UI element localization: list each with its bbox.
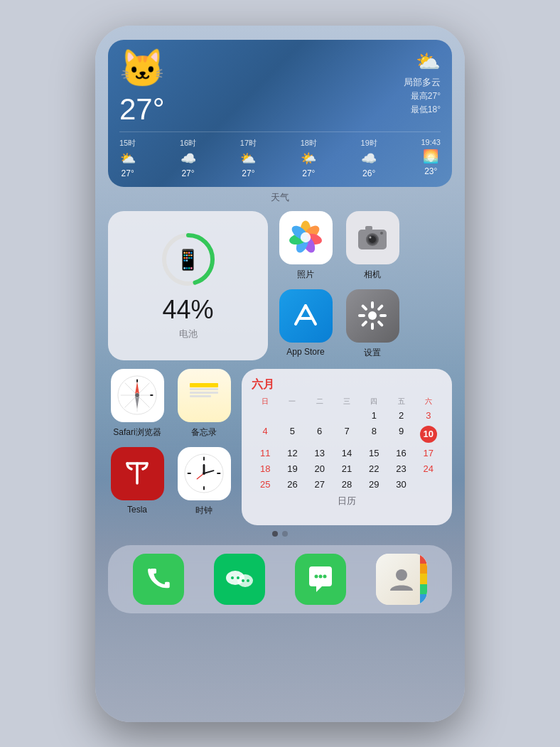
settings-icon — [346, 289, 399, 343]
hour-temp-4: 26° — [362, 168, 375, 178]
svg-point-33 — [135, 393, 139, 397]
svg-line-25 — [379, 306, 382, 309]
cat-icon: 🐱 — [119, 48, 166, 89]
svg-point-50 — [203, 472, 205, 475]
weather-right-info: ⛅ 局部多云 最高27° 最低18° — [404, 50, 441, 116]
cal-empty-3: · — [306, 408, 333, 423]
cal-day-4: 4 — [252, 424, 279, 445]
weather-cat-mascot: 🐱 — [119, 50, 169, 89]
battery-phone-icon: 📱 — [176, 247, 200, 271]
weather-high: 最高27° — [404, 90, 441, 102]
hour-temp-3: 27° — [302, 168, 315, 178]
cal-day-22: 22 — [360, 461, 387, 476]
dock — [108, 545, 452, 613]
hour-icon-3: 🌤️ — [301, 151, 316, 166]
tesla-label: Tesla — [127, 505, 147, 515]
svg-line-24 — [379, 322, 382, 325]
dock-phone-app[interactable] — [133, 554, 184, 605]
weather-low: 最低18° — [404, 104, 441, 116]
dock-wechat-app[interactable] — [214, 554, 265, 605]
cal-day-26: 26 — [279, 477, 306, 492]
safari-app[interactable]: Safari浏览器 — [108, 369, 166, 439]
calendar-weekdays: 日 一 二 三 四 五 六 — [252, 397, 442, 407]
svg-rect-41 — [190, 395, 211, 397]
cal-day-11: 11 — [252, 446, 279, 461]
cal-day-5: 5 — [279, 424, 306, 445]
weather-hour-0: 15时 ⛅ 27° — [119, 138, 136, 178]
appstore-icon — [279, 289, 333, 343]
battery-label: 电池 — [179, 328, 198, 340]
hour-label-1: 16时 — [180, 138, 196, 149]
notes-app[interactable]: 备忘录 — [175, 369, 233, 439]
cal-day-7: 7 — [333, 424, 360, 445]
notes-svg — [186, 377, 222, 413]
battery-widget[interactable]: 📱 44% 电池 — [108, 211, 268, 360]
settings-app[interactable]: 设置 — [343, 289, 402, 359]
dock-contacts-app[interactable] — [376, 554, 427, 605]
weekday-wed: 三 — [333, 397, 360, 407]
settings-label: 设置 — [364, 347, 381, 359]
weather-hour-3: 18时 🌤️ 27° — [301, 138, 317, 178]
phone-screen: 🐱 27° ⛅ 局部多云 最高27° 最低18° 15时 ⛅ 27° — [95, 26, 465, 722]
hour-temp-5: 23° — [424, 166, 437, 176]
weather-hourly-forecast: 15时 ⛅ 27° 16时 ☁️ 27° 17时 ⛅ 27° 18时 🌤️ — [119, 131, 441, 178]
dock-messages-app[interactable] — [295, 554, 346, 605]
cal-day-16: 16 — [387, 446, 414, 461]
tesla-icon — [111, 447, 164, 500]
page-dot-1[interactable] — [272, 531, 278, 537]
weather-hour-4: 19时 ☁️ 26° — [361, 138, 377, 178]
cal-day-27: 27 — [306, 477, 333, 492]
appstore-app[interactable]: App Store — [276, 289, 335, 359]
svg-point-7 — [301, 232, 311, 242]
svg-point-58 — [319, 574, 323, 578]
calendar-days: · · · · 1 2 3 4 5 6 7 8 9 10 11 — [252, 408, 442, 492]
photos-petals-svg — [286, 218, 325, 257]
appstore-svg — [290, 300, 321, 331]
weather-widget[interactable]: 🐱 27° ⛅ 局部多云 最高27° 最低18° 15时 ⛅ 27° — [108, 40, 452, 187]
clock-app[interactable]: 时钟 — [175, 447, 233, 517]
photos-label: 照片 — [297, 269, 314, 281]
svg-point-60 — [396, 569, 407, 581]
calendar-widget[interactable]: 六月 日 一 二 三 四 五 六 · · · · 1 2 — [242, 369, 452, 525]
tesla-svg — [122, 458, 153, 489]
tesla-clock-pair: Tesla — [108, 447, 233, 517]
svg-point-54 — [237, 576, 239, 579]
svg-point-57 — [315, 574, 318, 578]
hour-icon-2: ⛅ — [240, 151, 256, 166]
photos-icon — [279, 211, 333, 264]
hour-icon-5: 🌅 — [423, 149, 438, 164]
camera-icon — [346, 211, 399, 264]
tesla-app[interactable]: Tesla — [108, 447, 166, 517]
svg-point-53 — [231, 576, 234, 579]
cal-day-3: 3 — [415, 408, 442, 423]
photos-app[interactable]: 照片 — [276, 211, 335, 281]
page-dot-2[interactable] — [282, 531, 288, 537]
cal-day-6: 6 — [306, 424, 333, 445]
cal-empty-4: · — [333, 408, 360, 423]
page-dots — [108, 531, 452, 537]
cal-day-21: 21 — [333, 461, 360, 476]
appstore-label: App Store — [286, 347, 324, 357]
svg-line-26 — [363, 322, 366, 325]
svg-line-23 — [363, 306, 366, 309]
weather-condition-text: 局部多云 — [404, 76, 441, 89]
cal-day-13: 13 — [306, 446, 333, 461]
camera-app[interactable]: 相机 — [343, 211, 402, 281]
svg-rect-13 — [365, 226, 372, 230]
cal-day-23: 23 — [387, 461, 414, 476]
safari-notes-pair: Safari浏览器 备忘录 — [108, 369, 233, 439]
camera-label: 相机 — [364, 269, 381, 281]
clock-svg — [183, 453, 225, 494]
hour-icon-1: ☁️ — [181, 151, 196, 166]
hour-label-3: 18时 — [301, 138, 317, 149]
weekday-sat: 六 — [415, 397, 442, 407]
weather-hour-1: 16时 ☁️ 27° — [180, 138, 196, 178]
hour-temp-1: 27° — [181, 168, 194, 178]
cal-day-15: 15 — [360, 446, 387, 461]
svg-rect-39 — [190, 388, 218, 390]
svg-point-18 — [368, 311, 377, 320]
svg-line-15 — [296, 306, 306, 324]
cal-day-20: 20 — [306, 461, 333, 476]
cal-day-12: 12 — [279, 446, 306, 461]
safari-label: Safari浏览器 — [113, 426, 161, 439]
